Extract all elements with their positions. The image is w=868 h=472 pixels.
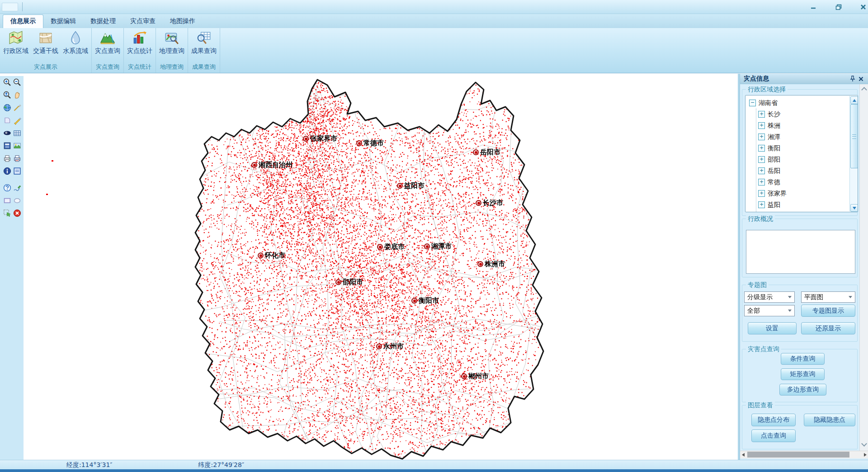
panel-vertical-scrollbar[interactable]	[859, 84, 868, 451]
expand-icon[interactable]: +	[758, 190, 765, 197]
panel-title: 灾点信息	[744, 75, 849, 83]
zoom-extent-button[interactable]	[3, 91, 12, 100]
image-view-button[interactable]	[13, 141, 22, 150]
up-arrow-icon	[853, 99, 856, 102]
tab-item[interactable]: 数据处理	[83, 15, 123, 28]
expand-icon[interactable]: +	[758, 156, 765, 163]
tab-item[interactable]: 地图操作	[163, 15, 203, 28]
water-drop-button[interactable]: 水系流域	[61, 29, 90, 55]
print-color-button[interactable]	[13, 154, 22, 163]
expand-icon[interactable]: +	[758, 133, 765, 140]
measure-line-button[interactable]	[13, 103, 22, 112]
thematic-show-button[interactable]: 专题图显示	[801, 305, 855, 317]
tree-item[interactable]: +湘潭	[758, 131, 858, 143]
ribbon-group: 灾点查询灾点查询	[92, 28, 124, 73]
bar-chart-button[interactable]: 灾点统计	[125, 29, 155, 55]
zoom-out-button[interactable]	[13, 78, 22, 87]
draw-rectangle-button[interactable]	[3, 196, 12, 205]
draw-ellipse-button[interactable]	[13, 196, 22, 205]
map-search-button[interactable]: 地理查询	[157, 29, 187, 55]
tree-item[interactable]: +长沙	[758, 109, 858, 120]
paint-brush-button[interactable]	[13, 116, 22, 125]
grid-table-button[interactable]	[13, 129, 22, 138]
quick-access-button[interactable]	[2, 3, 18, 11]
rectangle-query-button[interactable]: 矩形查询	[781, 368, 825, 380]
hazard-distribution-button[interactable]: 隐患点分布	[751, 414, 796, 426]
settings-button[interactable]: 设置	[748, 322, 797, 334]
ribbon-group-buttons: 地理查询	[157, 28, 187, 62]
tree-scrollbar[interactable]	[849, 96, 858, 211]
tree-item[interactable]: +邵阳	[758, 154, 858, 165]
map-canvas[interactable]	[24, 76, 738, 460]
panel-close-button[interactable]	[857, 75, 865, 82]
condition-query-button[interactable]: 条件查询	[781, 353, 825, 365]
tab-item[interactable]: 数据编辑	[43, 15, 83, 28]
minimize-button[interactable]	[807, 2, 819, 11]
hide-hazard-button[interactable]: 隐藏隐患点	[804, 414, 855, 426]
expand-icon[interactable]: +	[758, 179, 765, 186]
titlebar-separator	[22, 2, 23, 11]
legend-window-button[interactable]	[3, 141, 12, 150]
tree-item-label: 长沙	[768, 110, 780, 119]
mountain-button[interactable]: 灾点查询	[93, 29, 123, 55]
window-view-button[interactable]	[13, 167, 22, 176]
polygon-query-button[interactable]: 多边形查询	[779, 384, 826, 396]
ribbon: 行政区域交通干线水系流域灾点展示灾点查询灾点查询灾点统计灾点统计地理查询地理查询…	[0, 28, 868, 73]
overview-textbox[interactable]	[746, 230, 855, 274]
tree-item-root[interactable]: −湖南省	[749, 97, 858, 109]
pan-hand-button[interactable]	[13, 91, 22, 100]
hscroll-thumb[interactable]	[747, 452, 849, 458]
close-button[interactable]	[857, 2, 868, 11]
sketch-line-button[interactable]	[13, 183, 22, 192]
tree-item[interactable]: +常德	[758, 176, 858, 188]
printer-button[interactable]	[3, 154, 12, 163]
eye-icon	[3, 131, 12, 139]
tree-item[interactable]: +益阳	[758, 199, 858, 210]
restore-display-button[interactable]: 还原显示	[801, 322, 855, 334]
pin-button[interactable]	[849, 75, 857, 82]
thematic-style-select[interactable]: 平面图	[801, 291, 855, 303]
clip-shape-button[interactable]	[3, 116, 12, 125]
zoom-in-button[interactable]	[3, 78, 12, 87]
globe-icon	[3, 105, 12, 114]
tree-item[interactable]: +张家界	[758, 188, 858, 199]
tree-item[interactable]: +岳阳	[758, 165, 858, 176]
expand-icon[interactable]: +	[758, 167, 765, 174]
ribbon-button-label: 水系流域	[63, 47, 88, 55]
region-map-button[interactable]: 行政区域	[1, 29, 31, 55]
eye-button[interactable]	[3, 129, 12, 138]
expand-icon[interactable]: +	[758, 122, 765, 129]
left-toolbar	[0, 76, 24, 460]
ribbon-group-buttons: 灾点统计	[125, 28, 155, 62]
globe-button[interactable]	[3, 103, 12, 112]
tab-item[interactable]: 信息展示	[3, 14, 43, 28]
panel-horizontal-scrollbar[interactable]	[740, 451, 868, 458]
tree-scroll-thumb[interactable]	[850, 104, 858, 168]
ribbon-group: 地理查询地理查询	[156, 28, 188, 73]
delete-x-button[interactable]	[13, 209, 22, 218]
expand-icon[interactable]: +	[758, 145, 765, 152]
table-search-button[interactable]: 成果查询	[189, 29, 219, 55]
road-map-button[interactable]: 交通干线	[31, 29, 61, 55]
sketch-line-icon	[13, 186, 22, 194]
thematic-scope-select[interactable]: 全部	[744, 305, 795, 316]
thematic-scope-value: 全部	[747, 307, 788, 315]
overview-label: 行政概况	[746, 215, 775, 223]
draw-ellipse-icon	[13, 198, 22, 207]
tree-item[interactable]: +郴州	[758, 210, 858, 212]
restore-button[interactable]	[833, 2, 844, 11]
expand-icon[interactable]: +	[758, 201, 765, 208]
tree-scroll-up-button[interactable]	[850, 96, 858, 104]
tree-scroll-down-button[interactable]	[850, 204, 858, 212]
click-query-button[interactable]: 点击查询	[751, 429, 796, 442]
tree-item[interactable]: +衡阳	[758, 143, 858, 154]
info-button[interactable]	[3, 167, 12, 176]
tab-item[interactable]: 灾点审查	[123, 15, 163, 28]
thematic-type-select[interactable]: 分级显示	[744, 291, 795, 303]
expand-icon[interactable]: +	[758, 111, 765, 118]
collapse-icon[interactable]: −	[749, 100, 756, 106]
tree-item[interactable]: +株洲	[758, 120, 858, 131]
select-polygon-button[interactable]	[3, 209, 12, 218]
thematic-label: 专题图	[746, 281, 769, 289]
help-button[interactable]	[3, 183, 12, 192]
